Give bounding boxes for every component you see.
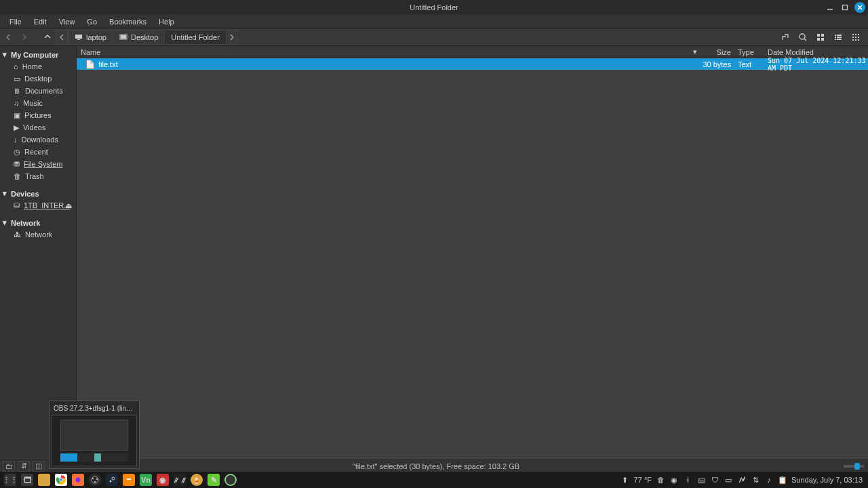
sidebar-item-desktop[interactable]: ▭Desktop bbox=[0, 73, 76, 85]
svg-rect-7 bbox=[121, 35, 126, 39]
sidebar-section-network[interactable]: ▾ Network bbox=[0, 217, 76, 228]
svg-rect-26 bbox=[852, 39, 854, 41]
column-header-name[interactable]: Name ▾ bbox=[77, 47, 701, 56]
sidebar-item-label: Trash bbox=[25, 172, 44, 180]
zoom-slider[interactable] bbox=[844, 465, 864, 468]
breadcrumb-next-button[interactable] bbox=[226, 30, 238, 45]
menu-help[interactable]: Help bbox=[153, 16, 180, 27]
toggle-location-button[interactable] bbox=[777, 29, 793, 45]
status-tree-button[interactable]: ⇵ bbox=[18, 461, 30, 472]
nav-back-button[interactable] bbox=[0, 29, 16, 45]
tray-weather[interactable]: 77 °F bbox=[634, 476, 652, 484]
taskbar: ⋮⋮ 🗔 Vn ◉ ⫽⫽ 🍹 ✎ ⬆ 77 °F 🗑 ◉ ᚼ 🖴 🛡 ▭ 🗲 ⇅… bbox=[0, 472, 868, 488]
taskbar-app-files[interactable]: 🗔 bbox=[20, 472, 35, 487]
tray-shield-icon[interactable]: 🛡 bbox=[710, 475, 719, 485]
svg-rect-1 bbox=[843, 5, 848, 10]
nav-forward-button[interactable] bbox=[16, 29, 33, 45]
tray-clipboard-icon[interactable]: 📋 bbox=[778, 475, 787, 485]
eject-button[interactable]: ⏏ bbox=[65, 201, 72, 210]
trash-icon: 🗑 bbox=[14, 172, 21, 180]
file-list[interactable]: file.txt 30 bytes Text Sun 07 Jul 2024 1… bbox=[77, 58, 868, 460]
tray-battery-icon[interactable]: 🗲 bbox=[737, 475, 747, 485]
window-minimize-button[interactable] bbox=[825, 2, 835, 13]
sidebar-item-label: Pictures bbox=[24, 111, 52, 119]
breadcrumb-prev-button[interactable] bbox=[56, 30, 68, 45]
status-toggle-button[interactable]: ◫ bbox=[33, 461, 45, 472]
sidebar-section-my-computer[interactable]: ▾ My Computer bbox=[0, 49, 76, 60]
sidebar-item-filesystem[interactable]: ⛃File System bbox=[0, 158, 76, 170]
column-header-date[interactable]: Date Modified bbox=[765, 48, 868, 56]
taskbar-preview-thumbnail bbox=[52, 415, 137, 466]
sidebar-item-home[interactable]: ⌂Home bbox=[0, 60, 76, 73]
menu-file[interactable]: File bbox=[4, 16, 27, 27]
view-icons-button[interactable] bbox=[812, 29, 829, 45]
sidebar-item-label: Desktop bbox=[24, 75, 52, 83]
tray-bluetooth-icon[interactable]: ᚼ bbox=[683, 475, 692, 485]
svg-rect-13 bbox=[821, 38, 824, 41]
sidebar-item-documents[interactable]: 🗎Documents bbox=[0, 85, 76, 97]
sidebar-item-recent[interactable]: ◷Recent bbox=[0, 146, 76, 158]
taskbar-app-vnc[interactable]: Vn bbox=[138, 472, 153, 487]
sidebar-item-trash[interactable]: 🗑Trash bbox=[0, 170, 76, 182]
view-compact-button[interactable] bbox=[848, 29, 864, 45]
taskbar-app-red[interactable]: ◉ bbox=[155, 472, 170, 487]
breadcrumb-laptop[interactable]: laptop bbox=[68, 30, 113, 45]
sidebar-item-label: File System bbox=[24, 160, 62, 168]
status-places-button[interactable]: 🗀 bbox=[3, 461, 15, 472]
svg-rect-22 bbox=[858, 34, 859, 35]
column-headers: Name ▾ Size Type Date Modified bbox=[77, 46, 868, 58]
sidebar-item-music[interactable]: ♫Music bbox=[0, 97, 76, 109]
svg-rect-15 bbox=[837, 35, 842, 36]
tray-usb-icon[interactable]: 🖴 bbox=[696, 475, 706, 485]
sidebar-item-videos[interactable]: ▶Videos bbox=[0, 121, 76, 134]
sidebar-section-devices[interactable]: ▾ Devices bbox=[0, 188, 76, 199]
svg-rect-4 bbox=[75, 35, 82, 39]
sidebar-item-pictures[interactable]: ▣Pictures bbox=[0, 109, 76, 121]
tray-trash-icon[interactable]: 🗑 bbox=[656, 475, 665, 485]
breadcrumb-desktop[interactable]: Desktop bbox=[113, 30, 165, 45]
breadcrumb-current[interactable]: Untitled Folder bbox=[164, 30, 226, 45]
taskbar-app-kdenlive[interactable]: ⫽⫽ bbox=[172, 472, 187, 487]
sidebar: ▾ My Computer ⌂Home ▭Desktop 🗎Documents … bbox=[0, 46, 77, 460]
tray-record-icon[interactable]: ◉ bbox=[669, 475, 679, 485]
taskbar-clock[interactable]: Sunday, July 7, 03:13 bbox=[791, 476, 863, 484]
view-list-button[interactable] bbox=[830, 29, 846, 45]
menu-edit[interactable]: Edit bbox=[28, 16, 52, 27]
taskbar-app-folder[interactable] bbox=[37, 472, 52, 487]
svg-rect-23 bbox=[852, 37, 854, 38]
taskbar-app-pinta[interactable]: ✎ bbox=[206, 472, 221, 487]
tray-display-icon[interactable]: ▭ bbox=[724, 475, 733, 485]
taskbar-app-obs[interactable] bbox=[87, 472, 102, 487]
taskbar-app-steam[interactable] bbox=[104, 472, 119, 487]
document-icon: 🗎 bbox=[14, 87, 21, 95]
tray-updates-icon[interactable]: ⬆ bbox=[620, 475, 630, 485]
svg-rect-18 bbox=[835, 39, 836, 40]
window-title: Untitled Folder bbox=[410, 3, 458, 12]
search-button[interactable] bbox=[795, 29, 811, 45]
file-row[interactable]: file.txt 30 bytes Text Sun 07 Jul 2024 1… bbox=[77, 58, 868, 70]
download-icon: ↓ bbox=[14, 136, 18, 144]
taskbar-app-chrome[interactable] bbox=[54, 472, 68, 487]
tray-volume-icon[interactable]: ♪ bbox=[764, 475, 774, 485]
menu-bookmarks[interactable]: Bookmarks bbox=[104, 16, 152, 27]
taskbar-app-vlc[interactable] bbox=[121, 472, 136, 487]
sidebar-item-device-1tb[interactable]: ⛁ 1TB_INTER... ⏏ bbox=[0, 199, 76, 211]
breadcrumb-label: Desktop bbox=[131, 33, 158, 41]
taskbar-app-mint[interactable] bbox=[223, 472, 238, 487]
taskbar-app-handbrake[interactable]: 🍹 bbox=[189, 472, 204, 487]
sidebar-item-network[interactable]: 🖧Network bbox=[0, 228, 76, 241]
window-maximize-button[interactable] bbox=[840, 2, 850, 13]
menu-go[interactable]: Go bbox=[81, 16, 102, 27]
tray-network-icon[interactable]: ⇅ bbox=[751, 475, 760, 485]
taskbar-app-menu[interactable]: ⋮⋮ bbox=[3, 472, 18, 487]
taskbar-app-firefox[interactable] bbox=[71, 472, 85, 487]
taskbar-preview-obs[interactable]: OBS 27.2.3+dfsg1-1 (linux) - P... bbox=[49, 401, 140, 469]
column-header-type[interactable]: Type bbox=[735, 48, 765, 56]
column-header-size[interactable]: Size bbox=[701, 48, 735, 56]
svg-rect-21 bbox=[855, 34, 856, 35]
sidebar-item-label: Recent bbox=[24, 148, 48, 156]
menu-view[interactable]: View bbox=[54, 16, 81, 27]
nav-up-button[interactable] bbox=[39, 29, 56, 45]
window-close-button[interactable] bbox=[854, 2, 865, 13]
sidebar-item-downloads[interactable]: ↓Downloads bbox=[0, 134, 76, 146]
